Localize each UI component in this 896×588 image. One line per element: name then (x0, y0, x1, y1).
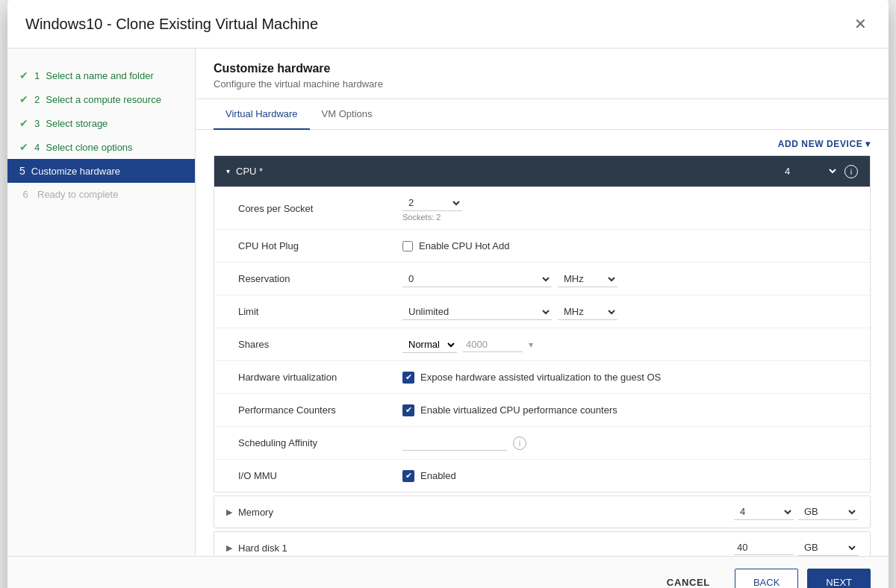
cores-per-socket-value: 2 1 4 Sockets: 2 (402, 195, 858, 222)
cores-col: 2 1 4 Sockets: 2 (402, 195, 462, 222)
cpu-section-header[interactable]: ▾ CPU * 4 1 2 8 i (214, 156, 870, 187)
tab-bar: Virtual Hardware VM Options (196, 99, 889, 130)
scheduling-affinity-input[interactable] (402, 436, 507, 451)
limit-value: Unlimited MHz GHz (402, 304, 858, 320)
add-device-label: ADD NEW DEVICE (778, 139, 863, 149)
sidebar-item-label-6: Ready to complete (37, 189, 118, 200)
cpu-chevron-icon: ▾ (226, 167, 230, 175)
perf-counters-checkbox-label[interactable]: ✔ Enable virtualized CPU performance cou… (402, 404, 617, 416)
close-button[interactable]: ✕ (850, 13, 871, 34)
sidebar-item-label-1: Select a name and folder (46, 70, 154, 81)
cpu-hot-plug-value: Enable CPU Hot Add (402, 240, 858, 251)
sidebar-item-customize-hardware[interactable]: 5 Customize hardware (7, 159, 195, 183)
next-button[interactable]: NEXT (807, 569, 871, 588)
sidebar-item-label-4: Select clone options (46, 142, 132, 153)
modal-header: Windows10 - Clone Existing Virtual Machi… (7, 0, 889, 49)
hard-disk-section-header[interactable]: ▶ Hard disk 1 GB MB TB (214, 532, 870, 556)
memory-section-header[interactable]: ▶ Memory 4 2 8 GB MB (214, 496, 870, 528)
tab-virtual-hardware[interactable]: Virtual Hardware (214, 99, 310, 130)
memory-unit-select[interactable]: GB MB (798, 504, 858, 520)
hw-virt-row: Hardware virtualization ✔ Expose hardwar… (214, 360, 870, 393)
chevron-down-icon: ▾ (865, 139, 871, 149)
io-mmu-label: I/O MMU (238, 470, 402, 481)
hard-disk-unit-select[interactable]: GB MB TB (798, 539, 858, 556)
shares-row: Shares Normal Low High Custom (214, 328, 870, 360)
content-area: Customize hardware Configure the virtual… (196, 49, 889, 556)
memory-section: ▶ Memory 4 2 8 GB MB (214, 495, 871, 528)
cpu-hot-plug-row: CPU Hot Plug Enable CPU Hot Add (214, 229, 870, 262)
reservation-value: 0 MHz GHz (402, 271, 858, 287)
cores-per-socket-row: Cores per Socket 2 1 4 Sockets: 2 (214, 187, 870, 229)
perf-counters-checkbox[interactable]: ✔ (402, 404, 414, 416)
cpu-section-title: CPU * (236, 166, 773, 177)
hw-virt-label: Hardware virtualization (238, 372, 402, 383)
reservation-select[interactable]: 0 (402, 271, 552, 287)
sockets-hint: Sockets: 2 (402, 213, 462, 222)
back-button[interactable]: BACK (735, 569, 798, 588)
hw-virt-checkbox-text: Expose hardware assisted virtualization … (420, 372, 661, 383)
shares-level-select[interactable]: Normal Low High Custom (402, 337, 457, 353)
reservation-unit-select[interactable]: MHz GHz (558, 271, 617, 287)
modal-title: Windows10 - Clone Existing Virtual Machi… (25, 16, 318, 33)
perf-counters-row: Performance Counters ✔ Enable virtualize… (214, 393, 870, 426)
modal-footer: CANCEL BACK NEXT (7, 556, 889, 588)
sidebar-item-label-2: Select a compute resource (46, 94, 161, 105)
sidebar-step-4-label: 4 (34, 142, 40, 153)
hw-virt-value: ✔ Expose hardware assisted virtualizatio… (402, 372, 858, 384)
shares-dropdown-icon[interactable]: ▾ (529, 340, 533, 350)
shares-value: Normal Low High Custom ▾ (402, 337, 858, 353)
sidebar-step-3-label: 3 (34, 118, 40, 129)
cpu-info-icon[interactable]: i (844, 165, 858, 178)
sidebar-item-select-storage[interactable]: ✔ 3 Select storage (7, 111, 195, 135)
scheduling-affinity-row: Scheduling Affinity i (214, 426, 870, 459)
sidebar-item-label-3: Select storage (46, 118, 108, 129)
check-icon-4: ✔ (19, 141, 28, 153)
sidebar-item-ready-to-complete[interactable]: 6 Ready to complete (7, 183, 195, 206)
perf-counters-label: Performance Counters (238, 404, 402, 416)
memory-chevron-icon: ▶ (226, 507, 232, 517)
cores-per-socket-label: Cores per Socket (238, 203, 402, 214)
shares-controls: Normal Low High Custom ▾ (402, 337, 533, 353)
cpu-hot-add-checkbox-label[interactable]: Enable CPU Hot Add (402, 240, 509, 251)
hw-virt-checkbox[interactable]: ✔ (402, 372, 414, 384)
check-icon-1: ✔ (19, 69, 28, 81)
hard-disk-chevron-icon: ▶ (226, 543, 232, 553)
io-mmu-checkbox[interactable]: ✔ (402, 470, 414, 482)
hard-disk-section: ▶ Hard disk 1 GB MB TB (214, 531, 871, 556)
scheduling-info-icon[interactable]: i (513, 437, 526, 450)
sidebar-step-1-label: 1 (34, 70, 40, 81)
step-num-6: 6 (19, 189, 31, 200)
limit-label: Limit (238, 306, 402, 317)
io-mmu-checkbox-text: Enabled (420, 470, 456, 481)
limit-unit-select[interactable]: MHz GHz (558, 304, 617, 320)
reservation-label: Reservation (238, 273, 402, 284)
cores-per-socket-select[interactable]: 2 1 4 (402, 195, 462, 211)
cpu-section: ▾ CPU * 4 1 2 8 i (214, 155, 871, 492)
cancel-button[interactable]: CANCEL (651, 569, 726, 588)
limit-row: Limit Unlimited MHz GHz (214, 295, 870, 328)
cpu-hot-add-label: Enable CPU Hot Add (419, 240, 509, 251)
shares-number-input[interactable] (463, 337, 523, 352)
sidebar-step-2-label: 2 (34, 94, 40, 105)
memory-value-select[interactable]: 4 2 8 (734, 504, 794, 520)
tab-vm-options[interactable]: VM Options (310, 99, 385, 130)
limit-select[interactable]: Unlimited (402, 304, 552, 320)
check-icon-3: ✔ (19, 117, 28, 129)
modal-body: ✔ 1 Select a name and folder ✔ 2 Select … (7, 49, 889, 556)
io-mmu-row: I/O MMU ✔ Enabled (214, 459, 870, 492)
sidebar-item-select-name[interactable]: ✔ 1 Select a name and folder (7, 63, 195, 87)
hard-disk-value-container: GB MB TB (734, 539, 858, 556)
hw-virt-checkbox-label[interactable]: ✔ Expose hardware assisted virtualizatio… (402, 372, 661, 384)
cpu-count-select[interactable]: 4 1 2 8 (779, 163, 839, 179)
add-new-device-button[interactable]: ADD NEW DEVICE ▾ (778, 139, 871, 149)
sidebar-item-select-clone[interactable]: ✔ 4 Select clone options (7, 135, 195, 159)
cpu-value-container: 4 1 2 8 (779, 163, 839, 179)
sidebar-item-select-compute[interactable]: ✔ 2 Select a compute resource (7, 87, 195, 111)
cpu-hot-plug-label: CPU Hot Plug (238, 240, 402, 251)
cpu-hot-add-checkbox[interactable] (402, 241, 413, 251)
hard-disk-value-input[interactable] (734, 540, 794, 555)
main-content: ADD NEW DEVICE ▾ ▾ CPU * 4 1 2 (196, 130, 889, 556)
clone-vm-modal: Windows10 - Clone Existing Virtual Machi… (7, 0, 889, 588)
content-title: Customize hardware (214, 62, 871, 75)
io-mmu-checkbox-label[interactable]: ✔ Enabled (402, 470, 456, 482)
